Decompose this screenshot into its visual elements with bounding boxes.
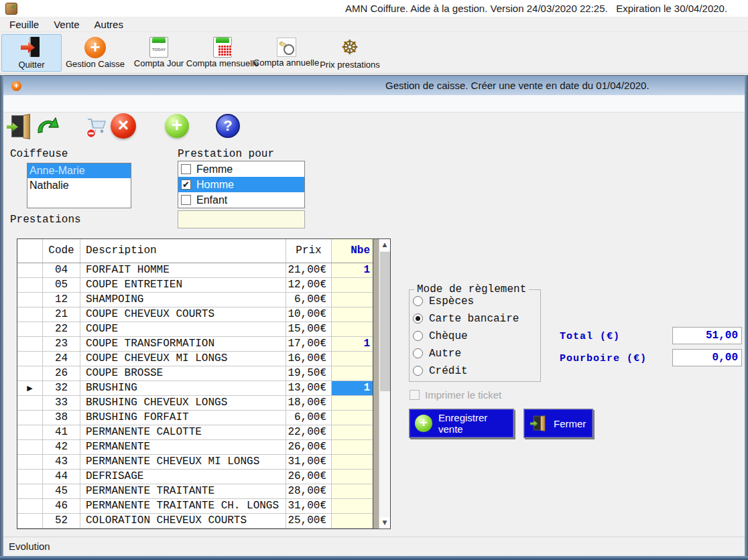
prestation-pour-item[interactable]: Homme bbox=[178, 177, 304, 192]
cell-description: PERMANENTE TRAITANTE bbox=[80, 484, 286, 498]
radio-icon[interactable] bbox=[413, 366, 423, 376]
table-row[interactable]: 41PERMANENTE CALOTTE22,00€ bbox=[17, 425, 390, 440]
prestation-pour-list[interactable]: FemmeHommeEnfant bbox=[178, 161, 305, 208]
payment-option[interactable]: Carte bancaire bbox=[413, 313, 519, 324]
radio-icon[interactable] bbox=[413, 348, 423, 358]
menu-vente[interactable]: Vente bbox=[54, 19, 79, 30]
table-row[interactable]: 04FORFAIT HOMME21,00€1 bbox=[17, 263, 390, 278]
toolbar-button-quitter[interactable]: Quitter bbox=[1, 34, 62, 72]
radio-icon[interactable] bbox=[413, 296, 423, 306]
toolbar-button-compta-mensuelle[interactable]: Compta mensuelle bbox=[192, 34, 253, 72]
table-row[interactable]: 44DEFRISAGE26,00€ bbox=[17, 470, 390, 484]
add-icon[interactable] bbox=[165, 114, 189, 138]
payment-option[interactable]: Crédit bbox=[413, 365, 519, 376]
table-row[interactable]: 45PERMANENTE TRAITANTE28,00€ bbox=[17, 484, 390, 499]
table-row[interactable]: 24COUPE CHEVEUX MI LONGS16,00€ bbox=[17, 352, 390, 366]
plus-orange-icon bbox=[84, 37, 106, 58]
scroll-down-icon[interactable]: ▼ bbox=[379, 517, 390, 529]
grid-void bbox=[373, 239, 379, 529]
cell-nbe[interactable]: 1 bbox=[332, 337, 374, 351]
mdi-border bbox=[0, 556, 748, 560]
cell-nbe[interactable] bbox=[332, 366, 374, 380]
cell-nbe[interactable] bbox=[332, 293, 374, 307]
checkbox-icon[interactable] bbox=[181, 180, 191, 190]
toolbar-button-compta-jour[interactable]: Compta Jour bbox=[129, 34, 189, 72]
menu-feuille[interactable]: Feuille bbox=[9, 19, 39, 30]
table-row[interactable]: 42PERMANENTE26,00€ bbox=[17, 440, 390, 455]
checkbox-icon[interactable] bbox=[181, 164, 191, 174]
undo-arrow-icon[interactable] bbox=[35, 115, 60, 141]
checkbox-icon[interactable] bbox=[181, 195, 191, 205]
cell-nbe[interactable] bbox=[332, 425, 374, 439]
cell-description: COUPE TRANSFORMATION bbox=[80, 337, 286, 351]
cell-description: DEFRISAGE bbox=[80, 470, 286, 484]
toolbar-button-compta-annuelle[interactable]: Compta annuelle bbox=[256, 34, 316, 72]
cell-prix: 16,00€ bbox=[286, 352, 332, 366]
help-icon[interactable] bbox=[216, 114, 240, 138]
coiffeuse-item[interactable]: Nathalie bbox=[27, 178, 131, 193]
cell-nbe[interactable]: 1 bbox=[332, 263, 374, 277]
calendar-month-icon bbox=[213, 37, 232, 58]
cell-nbe[interactable] bbox=[332, 396, 374, 410]
table-row[interactable]: 52COLORATION CHEVEUX COURTS25,00€ bbox=[17, 514, 390, 529]
table-row[interactable]: 46PERMANENTE TRAITANTE CH. LONGS31,00€ bbox=[17, 499, 390, 514]
cart-remove-icon[interactable] bbox=[84, 114, 110, 142]
toolbar-button-prix-prestations[interactable]: Prix prestations bbox=[320, 34, 380, 72]
prestations-filter-input[interactable] bbox=[178, 210, 305, 228]
cell-nbe[interactable] bbox=[332, 440, 374, 454]
row-marker bbox=[17, 484, 43, 498]
app-window: AMN Coiffure. Aide à la gestion. Version… bbox=[0, 0, 748, 560]
cell-nbe[interactable] bbox=[332, 455, 374, 469]
cell-nbe[interactable] bbox=[332, 514, 374, 528]
table-row[interactable]: 38BRUSHING FORFAIT6,00€ bbox=[17, 411, 390, 425]
payment-option-label: Crédit bbox=[429, 365, 468, 377]
cell-nbe[interactable] bbox=[332, 484, 374, 498]
cell-nbe[interactable] bbox=[332, 470, 374, 484]
delete-icon[interactable] bbox=[111, 113, 136, 139]
table-row[interactable]: 23COUPE TRANSFORMATION17,00€1 bbox=[17, 337, 390, 352]
table-row[interactable]: 05COUPE ENTRETIEN12,00€ bbox=[17, 278, 390, 293]
table-row[interactable]: ▶32BRUSHING13,00€1 bbox=[17, 381, 390, 396]
app-icon bbox=[5, 3, 17, 15]
cell-nbe[interactable] bbox=[332, 411, 374, 425]
menu-autres[interactable]: Autres bbox=[95, 19, 123, 30]
table-row[interactable]: 26COUPE BROSSE19,50€ bbox=[17, 366, 390, 381]
cell-description: PERMANENTE TRAITANTE CH. LONGS bbox=[80, 499, 286, 513]
tip-input[interactable] bbox=[672, 349, 742, 366]
cell-nbe[interactable] bbox=[332, 352, 374, 366]
coiffeuse-listbox[interactable]: Anne-MarieNathalie bbox=[27, 163, 131, 208]
radio-icon[interactable] bbox=[413, 331, 423, 341]
save-sale-button[interactable]: Enregistrer vente bbox=[409, 409, 514, 438]
toolbar-button-label: Compta mensuelle bbox=[186, 58, 259, 68]
cell-nbe[interactable] bbox=[332, 278, 374, 292]
close-form-door-icon[interactable] bbox=[7, 114, 32, 139]
vertical-scrollbar[interactable]: ▲ ▼ bbox=[379, 239, 390, 529]
prestation-pour-item[interactable]: Enfant bbox=[178, 192, 304, 208]
scrollbar-thumb[interactable] bbox=[380, 252, 390, 391]
table-row[interactable]: 22COUPE15,00€ bbox=[17, 322, 390, 337]
toolbar-button-label: Compta annuelle bbox=[253, 58, 319, 68]
table-row[interactable]: 43PERMANENTE CHEVEUX MI LONGS31,00€ bbox=[17, 455, 390, 470]
payment-option[interactable]: Chèque bbox=[413, 330, 519, 342]
cell-nbe[interactable] bbox=[332, 307, 374, 322]
cell-prix: 31,00€ bbox=[286, 455, 332, 469]
coiffeuse-item[interactable]: Anne-Marie bbox=[27, 163, 131, 178]
cell-description: SHAMPOING bbox=[80, 293, 286, 307]
cell-prix: 15,00€ bbox=[286, 322, 332, 336]
cell-nbe[interactable] bbox=[332, 322, 374, 336]
radio-icon[interactable] bbox=[413, 313, 423, 324]
cell-nbe[interactable] bbox=[332, 499, 374, 513]
scroll-up-icon[interactable]: ▲ bbox=[379, 239, 390, 251]
close-button[interactable]: Fermer bbox=[523, 409, 593, 438]
print-ticket-checkbox[interactable] bbox=[410, 390, 420, 400]
table-row[interactable]: 21COUPE CHEVEUX COURTS10,00€ bbox=[17, 307, 390, 322]
prestation-pour-item[interactable]: Femme bbox=[178, 161, 304, 177]
toolbar-button-gestion-caisse[interactable]: Gestion Caisse bbox=[65, 34, 125, 72]
payment-option[interactable]: Espèces bbox=[413, 295, 519, 307]
payment-option[interactable]: Autre bbox=[413, 348, 519, 359]
total-input[interactable] bbox=[672, 327, 742, 344]
cell-code: 05 bbox=[43, 278, 80, 292]
table-row[interactable]: 12SHAMPOING6,00€ bbox=[17, 293, 390, 307]
table-row[interactable]: 33BRUSHING CHEVEUX LONGS18,00€ bbox=[17, 396, 390, 411]
cell-nbe[interactable]: 1 bbox=[332, 381, 374, 395]
